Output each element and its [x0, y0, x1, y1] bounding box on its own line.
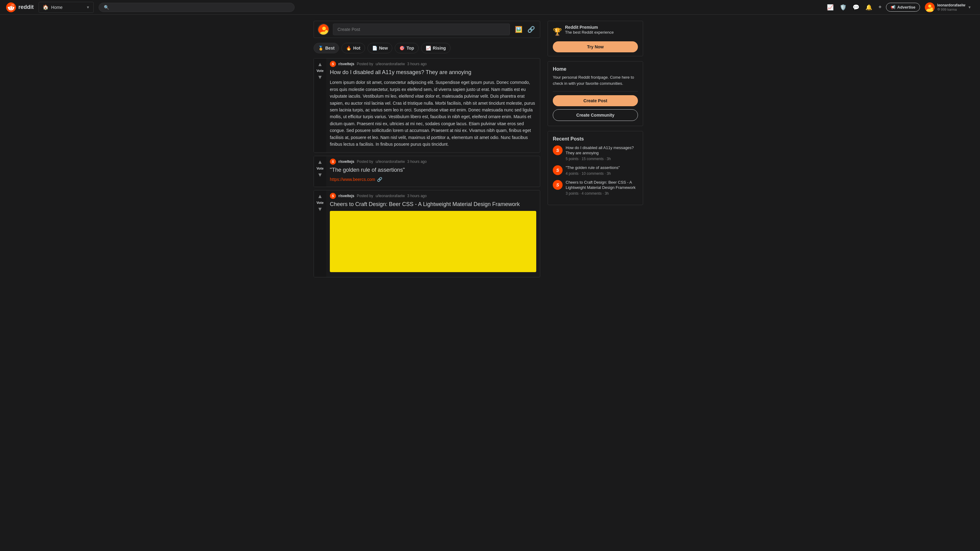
vote-label: Vote — [317, 167, 323, 170]
header: reddit 🏠 Home ▼ 🔍 📈 🛡️ 💬 🔔 + 📢 Advertise — [0, 0, 980, 15]
recent-post-meta: 5 points · 15 comments · 3h — [566, 157, 638, 161]
header-actions: 📈 🛡️ 💬 🔔 + 📢 Advertise leonardorafaelw — [825, 1, 974, 13]
post-meta: S r/sveltejs Posted by u/leonardorafaelw… — [330, 61, 536, 67]
advertise-button[interactable]: 📢 Advertise — [886, 3, 920, 12]
hot-icon: 🔥 — [346, 46, 351, 51]
post-author-name[interactable]: u/leonardorafaelw — [375, 159, 404, 164]
search-icon: 🔍 — [104, 5, 109, 10]
recent-post-title: "The golden rule of assertions" — [566, 165, 638, 170]
user-info: leonardorafaelw ⚙ 999 karma — [937, 3, 965, 11]
sort-tab-best-label: Best — [325, 46, 334, 51]
post-meta: S r/sveltejs Posted by u/leonardorafaelw… — [330, 193, 536, 199]
subreddit-icon: S — [330, 193, 336, 199]
subreddit-name[interactable]: r/sveltejs — [339, 62, 354, 66]
recent-post-subreddit-icon: S — [553, 165, 563, 175]
post-author: Posted by — [357, 62, 373, 66]
create-post-icons: 🖼️ 🔗 — [514, 24, 536, 34]
sort-tab-rising-label: Rising — [433, 46, 446, 51]
recent-post-info: Cheers to Craft Design: Beer CSS - A Lig… — [566, 180, 638, 195]
new-icon: 📄 — [372, 46, 377, 51]
create-community-button[interactable]: Create Community — [553, 109, 638, 121]
recent-posts-title: Recent Posts — [553, 136, 638, 142]
top-icon: 🎯 — [399, 46, 404, 51]
post-link[interactable]: https://www.beercs.com 🔗 — [330, 177, 536, 182]
vote-column: ▲ Vote ▼ — [314, 191, 326, 277]
downvote-button[interactable]: ▼ — [317, 206, 323, 213]
rising-icon: 📈 — [426, 46, 431, 51]
link-button[interactable]: 🔗 — [526, 24, 536, 34]
bell-icon-button[interactable]: 🔔 — [864, 2, 874, 13]
username: leonardorafaelw — [937, 3, 965, 7]
premium-card: 🏆 Reddit Premium The best Reddit experie… — [547, 21, 643, 56]
svg-point-2 — [928, 5, 931, 8]
list-item[interactable]: S How do I disabled all A11y messages? T… — [553, 145, 638, 161]
post-image — [330, 211, 536, 272]
post-author-name[interactable]: u/leonardorafaelw — [375, 194, 404, 198]
search-input[interactable] — [111, 5, 290, 10]
home-label: Home — [51, 5, 62, 10]
sort-tab-best[interactable]: 🏅 Best — [313, 43, 339, 53]
karma: ⚙ 999 karma — [937, 7, 965, 11]
list-item[interactable]: S "The golden rule of assertions" 4 poin… — [553, 165, 638, 176]
vote-label: Vote — [317, 201, 323, 205]
subreddit-name[interactable]: r/sveltejs — [339, 194, 354, 198]
sort-tab-top-label: Top — [406, 46, 414, 51]
subreddit-icon: S — [330, 159, 336, 165]
recent-post-meta: 3 points · 4 comments · 3h — [566, 191, 638, 195]
downvote-button[interactable]: ▼ — [317, 171, 323, 178]
post-time: 3 hours ago — [407, 62, 426, 66]
sort-tab-new-label: New — [379, 46, 388, 51]
home-icon: 🏠 — [43, 4, 49, 10]
sidebar-column: 🏆 Reddit Premium The best Reddit experie… — [547, 21, 643, 280]
create-post-input[interactable]: Create Post — [333, 24, 510, 35]
list-item[interactable]: S Cheers to Craft Design: Beer CSS - A L… — [553, 180, 638, 195]
home-card-description: Your personal Reddit frontpage. Come her… — [553, 75, 638, 86]
recent-post-info: How do I disabled all A11y messages? The… — [566, 145, 638, 161]
karma-icon: ⚙ — [937, 7, 940, 11]
user-menu[interactable]: leonardorafaelw ⚙ 999 karma ▼ — [923, 1, 974, 13]
post-title[interactable]: "The golden rule of assertions" — [330, 167, 536, 173]
recent-post-meta: 4 points · 10 comments · 3h — [566, 171, 638, 176]
feed-column: Create Post 🖼️ 🔗 🏅 Best 🔥 Hot 📄 New � — [313, 21, 540, 280]
sort-tabs: 🏅 Best 🔥 Hot 📄 New 🎯 Top 📈 Rising — [313, 43, 540, 53]
sort-tab-hot-label: Hot — [353, 46, 360, 51]
premium-icon: 🏆 — [553, 27, 562, 36]
vote-label: Vote — [317, 69, 323, 73]
chevron-down-icon: ▼ — [86, 5, 90, 10]
downvote-button[interactable]: ▼ — [317, 74, 323, 81]
sort-tab-hot[interactable]: 🔥 Hot — [342, 43, 365, 53]
svg-point-6 — [325, 30, 328, 33]
post-card: ▲ Vote ▼ S r/sveltejs Posted by u/leonar… — [313, 58, 540, 153]
home-dropdown[interactable]: 🏠 Home ▼ — [38, 2, 94, 13]
upvote-button[interactable]: ▲ — [317, 159, 323, 165]
upvote-button[interactable]: ▲ — [317, 61, 323, 68]
post-content: S r/sveltejs Posted by u/leonardorafaelw… — [326, 191, 540, 277]
sidebar-create-post-button[interactable]: Create Post — [553, 95, 638, 106]
home-sidebar-card: Home Your personal Reddit frontpage. Com… — [547, 61, 643, 126]
sort-tab-new[interactable]: 📄 New — [368, 43, 393, 53]
try-now-button[interactable]: Try Now — [553, 41, 638, 52]
shield-icon-button[interactable]: 🛡️ — [838, 2, 848, 13]
image-upload-button[interactable]: 🖼️ — [514, 24, 524, 34]
svg-point-5 — [322, 27, 326, 30]
sort-tab-rising[interactable]: 📈 Rising — [421, 43, 450, 53]
post-author-prefix: Posted by — [357, 194, 373, 198]
post-card: ▲ Vote ▼ S r/sveltejs Posted by u/leonar… — [313, 156, 540, 187]
trending-icon-button[interactable]: 📈 — [825, 2, 835, 13]
user-dropdown-arrow: ▼ — [968, 5, 971, 10]
logo[interactable]: reddit — [6, 2, 34, 12]
upvote-button[interactable]: ▲ — [317, 193, 323, 200]
sort-tab-top[interactable]: 🎯 Top — [395, 43, 418, 53]
main-layout: Create Post 🖼️ 🔗 🏅 Best 🔥 Hot 📄 New � — [306, 15, 674, 286]
advertise-label: Advertise — [897, 5, 915, 10]
post-title[interactable]: Cheers to Craft Design: Beer CSS - A Lig… — [330, 201, 536, 208]
chat-icon-button[interactable]: 💬 — [851, 2, 861, 13]
post-author-name[interactable]: u/leonardorafaelw — [375, 62, 404, 66]
subreddit-name[interactable]: r/sveltejs — [339, 159, 354, 164]
plus-icon-button[interactable]: + — [877, 2, 883, 12]
search-bar[interactable]: 🔍 — [99, 3, 294, 12]
post-author-prefix: Posted by — [357, 159, 373, 164]
recent-post-title: How do I disabled all A11y messages? The… — [566, 145, 638, 156]
recent-post-title: Cheers to Craft Design: Beer CSS - A Lig… — [566, 180, 638, 191]
post-title[interactable]: How do I disabled all A11y messages? The… — [330, 69, 536, 76]
